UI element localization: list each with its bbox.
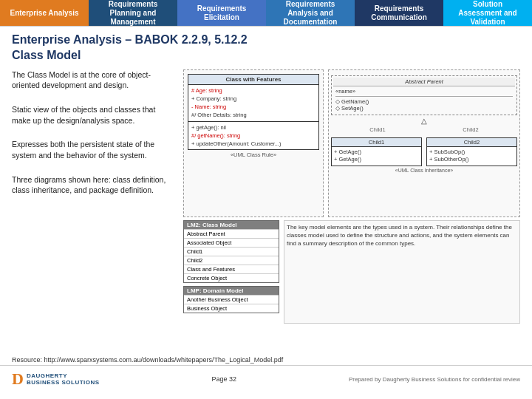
- list-diagrams: LM2: Class Model Abstract Parent Associa…: [183, 220, 279, 324]
- footer: D DAUGHERTY BUSINESS SOLUTIONS Page 32 P…: [0, 365, 532, 393]
- lm2-item-3: Child1: [184, 247, 279, 256]
- nav-requirements-analysis[interactable]: Requirements Analysis and Documentation: [266, 0, 355, 26]
- child2-title: Child2: [427, 138, 516, 147]
- fork-label: Child1 Child2: [331, 126, 517, 133]
- company-logo: D DAUGHERTY BUSINESS SOLUTIONS: [12, 369, 100, 389]
- logo-name: DAUGHERTY: [27, 372, 100, 380]
- abstract-parent-title: Abstract Parent: [333, 78, 515, 86]
- op-row: + getAge(): nil: [191, 123, 316, 132]
- lm2-item-6: Concrete Object: [184, 273, 279, 282]
- child1-body: + GetAge() + GetAge(): [332, 147, 421, 166]
- child2-body: + SubSubOp() + SubOtherOp(): [427, 147, 516, 166]
- inheritance-arrow: △: [331, 117, 517, 125]
- uml-class-attributes: # Age: string + Company: string - Name: …: [188, 85, 318, 121]
- child2-box: Child2 + SubSubOp() + SubOtherOp(): [426, 137, 517, 166]
- lm2-item-4: Child2: [184, 256, 279, 265]
- uml-inheritance-label: «UML Class Inheritance»: [331, 168, 517, 173]
- resource-line: Resource: http://www.sparxsystems.com.au…: [0, 355, 532, 365]
- logo-d-letter: D: [12, 369, 24, 389]
- lm2-title: LM2: Class Model: [184, 221, 279, 229]
- main-content: The Class Model is at the core of object…: [0, 66, 532, 355]
- lmp-title: LMP: Domain Model: [184, 287, 279, 295]
- page-title: Enterprise Analysis – BABOK 2.2.9, 5.12.…: [0, 27, 532, 66]
- stereotype-label: «UML Class Rule»: [186, 151, 321, 158]
- op-row: #/ getName(): string: [191, 132, 316, 140]
- nav-requirements-communication[interactable]: Requirements Communication: [355, 0, 443, 26]
- uml-class-box: Class with Features # Age: string + Comp…: [188, 74, 319, 151]
- lm2-diagram: LM2: Class Model Abstract Parent Associa…: [183, 220, 279, 283]
- lmp-item-1: Another Business Object: [184, 295, 279, 304]
- left-column: The Class Model is at the core of object…: [12, 69, 174, 352]
- text-block-4: Three diagrams shown here: class definit…: [12, 174, 174, 196]
- diagram-bottom-row: LM2: Class Model Abstract Parent Associa…: [183, 220, 520, 324]
- top-navigation: Enterprise Analysis Requirements Plannin…: [0, 0, 532, 27]
- lmp-diagram: LMP: Domain Model Another Business Objec…: [183, 286, 279, 313]
- text-block-3: Expresses both the persistent state of t…: [12, 139, 174, 160]
- child1-box: Child1 + GetAge() + GetAge(): [331, 137, 422, 166]
- logo-subtitle: BUSINESS SOLUTIONS: [27, 379, 100, 386]
- class-features-diagram: Class with Features # Age: string + Comp…: [183, 69, 324, 217]
- attr-row: #/ Other Details: string: [191, 111, 316, 119]
- abstract-parent-body: «name» ◇ GetName() ◇ SetAge(): [333, 86, 515, 113]
- lm2-item-2: Associated Object: [184, 238, 279, 247]
- nav-solution-assessment[interactable]: Solution Assessment and Validation: [443, 0, 532, 26]
- footer-prepared: Prepared by Daugherty Business Solutions…: [349, 376, 520, 383]
- logo-text-block: DAUGHERTY BUSINESS SOLUTIONS: [27, 372, 100, 386]
- lmp-item-2: Business Object: [184, 304, 279, 313]
- op-row: + updateOther(Amount: Customer...): [191, 140, 316, 148]
- attr-row: # Age: string: [191, 86, 316, 95]
- child1-title: Child1: [332, 138, 421, 147]
- diagram-top-row: Class with Features # Age: string + Comp…: [183, 69, 520, 217]
- nav-requirements-planning[interactable]: Requirements Planning and Management: [89, 0, 177, 26]
- text-block-1: The Class Model is at the core of object…: [12, 69, 174, 91]
- attr-row: + Company: string: [191, 95, 316, 103]
- text-block-2: Static view of the objects and classes t…: [12, 104, 174, 126]
- uml-class-title: Class with Features: [188, 75, 318, 85]
- abstract-parent-box: Abstract Parent «name» ◇ GetName() ◇ Set…: [331, 75, 517, 115]
- nav-requirements-elicitation[interactable]: Requirements Elicitation: [177, 0, 266, 26]
- nav-enterprise-analysis[interactable]: Enterprise Analysis: [0, 0, 89, 26]
- uml-class-operations: + getAge(): nil #/ getName(): string + u…: [188, 121, 318, 150]
- footer-page: Page 32: [107, 375, 341, 383]
- child-boxes-row: Child1 + GetAge() + GetAge() Child2: [331, 137, 517, 166]
- lm2-item-1: Abstract Parent: [184, 229, 279, 238]
- abstract-parent-section: Abstract Parent «name» ◇ GetName() ◇ Set…: [331, 72, 517, 173]
- diagram-description: The key model elements are the types use…: [284, 220, 520, 324]
- lm2-item-5: Class and Features: [184, 265, 279, 273]
- inheritance-diagram: Abstract Parent «name» ◇ GetName() ◇ Set…: [328, 69, 520, 217]
- right-column: Class with Features # Age: string + Comp…: [183, 69, 520, 352]
- attr-row: - Name: string: [191, 103, 316, 111]
